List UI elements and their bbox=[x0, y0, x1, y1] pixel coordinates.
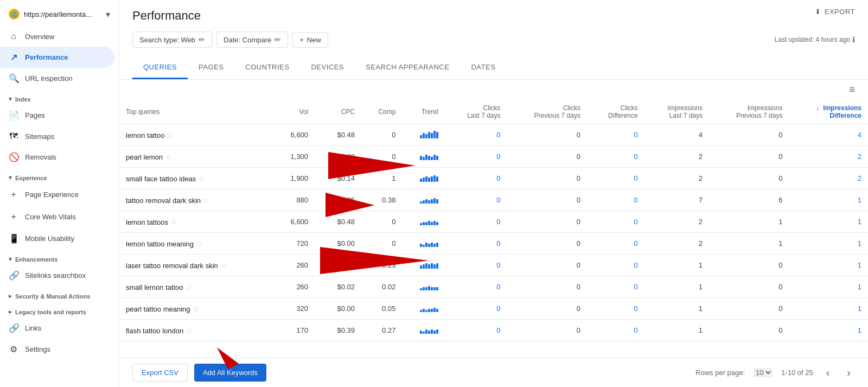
section-label: Security & Manual Actions bbox=[15, 293, 90, 300]
query-link[interactable]: flash tattoo london bbox=[126, 327, 183, 335]
sidebar-item-links[interactable]: 🔗 Links bbox=[0, 318, 114, 339]
section-security[interactable]: ▸ Security & Manual Actions bbox=[0, 286, 119, 302]
search-type-filter[interactable]: Search type: Web ✏ bbox=[132, 31, 212, 48]
star-icon[interactable]: ☆ bbox=[193, 304, 200, 313]
impressions-diff-cell: 1 bbox=[789, 211, 868, 233]
sidebar-item-pages[interactable]: 📄 Pages bbox=[0, 105, 114, 126]
add-keywords-button[interactable]: Add All Keywords bbox=[194, 364, 266, 382]
star-icon[interactable]: ☆ bbox=[186, 283, 193, 291]
star-icon[interactable]: ☆ bbox=[203, 196, 210, 205]
star-icon[interactable]: ☆ bbox=[165, 153, 172, 161]
table-body: lemon tattoo☆6,600$0.480000404pearl lemo… bbox=[119, 124, 868, 341]
table-row: lemon tattoo☆6,600$0.480000404 bbox=[119, 124, 868, 146]
tab-countries[interactable]: COUNTRIES bbox=[234, 56, 300, 79]
impressions-prev-cell: 0 bbox=[709, 320, 789, 341]
filter-icon[interactable]: ≡ bbox=[849, 84, 855, 96]
query-link[interactable]: tattoo removal dark skin bbox=[126, 196, 201, 205]
tab-queries[interactable]: QUERIES bbox=[132, 56, 188, 79]
removals-icon: 🚫 bbox=[9, 152, 18, 162]
col-clicks-diff[interactable]: ClicksDifference bbox=[587, 100, 644, 124]
clicks-diff-cell: 0 bbox=[587, 320, 644, 341]
col-cpc[interactable]: CPC bbox=[315, 100, 361, 124]
col-vol[interactable]: Vol bbox=[273, 100, 315, 124]
impressions-7d-cell: 2 bbox=[644, 168, 709, 189]
sidebar-item-sitelinks-searchbox[interactable]: 🔗 Sitelinks searchbox bbox=[0, 265, 114, 286]
vol-cell: 170 bbox=[273, 320, 315, 341]
sidebar-item-settings[interactable]: ⚙ Settings bbox=[0, 339, 114, 360]
sidebar-item-overview[interactable]: ⌂ Overview bbox=[0, 26, 114, 47]
col-clicks-7d[interactable]: ClicksLast 7 days bbox=[445, 100, 507, 124]
col-comp[interactable]: Comp bbox=[361, 100, 402, 124]
tab-devices[interactable]: DEVICES bbox=[300, 56, 355, 79]
next-page-button[interactable]: › bbox=[843, 364, 855, 381]
toolbar: Search type: Web ✏ Date: Compare ✏ + New… bbox=[132, 31, 855, 48]
sidebar-item-performance[interactable]: ↗ Performance bbox=[0, 47, 114, 68]
clicks-7d-cell: 0 bbox=[445, 298, 507, 320]
clicks-7d-cell: 0 bbox=[445, 189, 507, 211]
cpc-cell: $7.05 bbox=[315, 189, 361, 211]
clicks-prev-cell: 0 bbox=[507, 124, 587, 146]
star-icon[interactable]: ☆ bbox=[170, 218, 177, 226]
query-link[interactable]: lemon tattoos bbox=[126, 218, 168, 226]
query-link[interactable]: small face tattoo ideas bbox=[126, 175, 196, 183]
sidebar-item-page-experience[interactable]: ＋ Page Experience bbox=[0, 183, 114, 206]
tab-dates[interactable]: DATES bbox=[460, 56, 506, 79]
clicks-diff-cell: 0 bbox=[587, 255, 644, 276]
query-link[interactable]: pearl lemon bbox=[126, 153, 163, 161]
vol-cell: 260 bbox=[273, 255, 315, 276]
export-csv-button[interactable]: Export CSV bbox=[132, 364, 188, 382]
page-header: Performance Search type: Web ✏ Date: Com… bbox=[119, 0, 868, 80]
col-impressions-diff[interactable]: ↓ ImpressionsDifference bbox=[789, 100, 868, 124]
impressions-prev-cell: 0 bbox=[709, 255, 789, 276]
site-selector[interactable]: 🌐 https://pearllemonta... ▾ bbox=[0, 4, 119, 26]
sidebar-item-core-web-vitals[interactable]: ＋ Core Web Vitals bbox=[0, 206, 114, 228]
col-clicks-prev7d[interactable]: ClicksPrevious 7 days bbox=[507, 100, 587, 124]
query-link[interactable]: laser tattoo removal dark skin bbox=[126, 262, 218, 270]
comp-cell: 0.23 bbox=[361, 255, 402, 276]
section-enhancements[interactable]: ▾ Enhancements bbox=[0, 249, 119, 265]
query-link[interactable]: pearl tattoo meaning bbox=[126, 305, 190, 313]
prev-page-button[interactable]: ‹ bbox=[822, 364, 834, 381]
clicks-prev-cell: 0 bbox=[507, 255, 587, 276]
star-icon[interactable]: ☆ bbox=[196, 239, 203, 248]
new-filter-button[interactable]: + New bbox=[292, 32, 328, 48]
filter-row: ≡ bbox=[119, 80, 868, 100]
impressions-prev-cell: 0 bbox=[709, 168, 789, 189]
col-query[interactable]: Top queries bbox=[119, 100, 273, 124]
clicks-diff-cell: 0 bbox=[587, 298, 644, 320]
star-icon[interactable]: ☆ bbox=[198, 174, 205, 183]
rows-per-page-select[interactable]: 10 25 50 bbox=[754, 368, 773, 377]
sidebar-item-url-inspection[interactable]: 🔍 URL inspection bbox=[0, 68, 114, 89]
star-icon[interactable]: ☆ bbox=[220, 261, 227, 270]
date-filter[interactable]: Date: Compare ✏ bbox=[216, 31, 288, 48]
col-cpc-label: CPC bbox=[341, 108, 355, 116]
clicks-7d-cell: 0 bbox=[445, 168, 507, 189]
impressions-prev-cell: 0 bbox=[709, 146, 789, 168]
col-impressions-7d[interactable]: ImpressionsLast 7 days bbox=[644, 100, 709, 124]
query-link[interactable]: small lemon tattoo bbox=[126, 283, 183, 291]
star-icon[interactable]: ☆ bbox=[167, 131, 174, 139]
query-link[interactable]: lemon tattoo meaning bbox=[126, 240, 194, 248]
col-trend[interactable]: Trend bbox=[402, 100, 444, 124]
sidebar-item-sitemaps[interactable]: 🗺 Sitemaps bbox=[0, 126, 114, 147]
col-impressions-prev7d[interactable]: ImpressionsPrevious 7 days bbox=[709, 100, 789, 124]
sidebar-item-removals[interactable]: 🚫 Removals bbox=[0, 147, 114, 168]
table-row: pearl tattoo meaning☆320$0.000.05000101 bbox=[119, 298, 868, 320]
query-link[interactable]: lemon tattoo bbox=[126, 131, 165, 139]
tab-pages[interactable]: PAGES bbox=[188, 56, 234, 79]
section-arrow: ▾ bbox=[9, 96, 12, 103]
star-icon[interactable]: ☆ bbox=[186, 326, 193, 335]
sidebar-item-mobile-usability[interactable]: 📱 Mobile Usability bbox=[0, 228, 114, 249]
export-button[interactable]: ⬇ EXPORT bbox=[815, 8, 855, 16]
tab-search-appearance[interactable]: SEARCH APPEARANCE bbox=[355, 56, 460, 79]
sidebar-item-label: Sitelinks searchbox bbox=[25, 271, 86, 280]
section-experience[interactable]: ▾ Experience bbox=[0, 168, 119, 183]
impressions-7d-cell: 4 bbox=[644, 124, 709, 146]
clicks-diff-cell: 0 bbox=[587, 189, 644, 211]
col-query-label: Top queries bbox=[126, 108, 159, 116]
section-legacy[interactable]: ▸ Legacy tools and reports bbox=[0, 302, 119, 318]
site-dropdown-icon[interactable]: ▾ bbox=[106, 9, 110, 20]
table-row: pearl lemon☆1,300$0.000000202 bbox=[119, 146, 868, 168]
section-index[interactable]: ▾ Index bbox=[0, 89, 119, 105]
site-url: https://pearllemonta... bbox=[24, 10, 101, 18]
